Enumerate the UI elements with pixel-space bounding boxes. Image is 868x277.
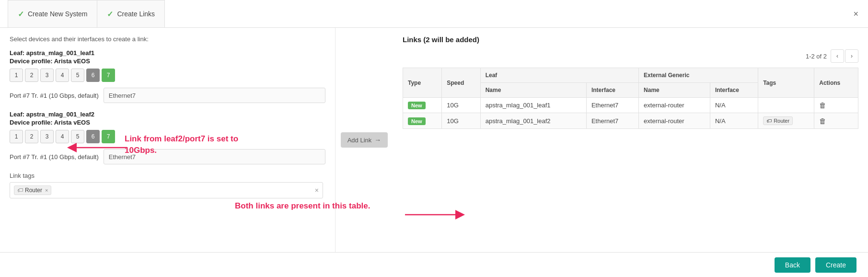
tags-input-row[interactable]: 🏷 Router × × <box>10 182 323 198</box>
row2-delete-button[interactable]: 🗑 <box>819 117 826 125</box>
row2-speed: 10G <box>442 113 480 129</box>
row2-actions: 🗑 <box>814 113 858 129</box>
th-leaf-name: Name <box>480 83 586 98</box>
row2-tag-label: Router <box>774 118 789 124</box>
row1-type: New <box>403 98 442 113</box>
row1-actions: 🗑 <box>814 98 858 113</box>
th-external-name: Name <box>639 83 710 98</box>
tag-chip-label: Router <box>25 187 42 194</box>
left-panel: Select devices and their interfaces to c… <box>0 28 336 252</box>
tab-create-new-system[interactable]: ✓ Create New System <box>8 0 97 27</box>
leaf2-name: apstra_mlag_001_leaf2 <box>26 111 94 118</box>
th-leaf-group: Leaf <box>480 68 638 83</box>
row1-tags <box>758 98 814 113</box>
th-leaf-interface: Interface <box>586 83 638 98</box>
row1-external-name: external-router <box>639 98 710 113</box>
add-link-arrow-icon: → <box>374 136 381 144</box>
leaf2-port-6[interactable]: 6 <box>86 130 100 143</box>
row2-tags: 🏷 Router <box>758 113 814 129</box>
row2-external-interface: N/A <box>710 113 758 129</box>
leaf1-port-buttons: 1 2 3 4 5 6 7 <box>10 69 325 82</box>
add-link-area: Add Link → <box>336 28 393 252</box>
leaf2-port-1[interactable]: 1 <box>10 130 23 143</box>
th-external-group: External Generic <box>639 68 758 83</box>
pagination-nav: ‹ › <box>831 49 858 63</box>
leaf1-profile-prefix: Device profile: <box>10 58 54 65</box>
create-button[interactable]: Create <box>815 257 856 273</box>
table-row: New 10G apstra_mlag_001_leaf2 Ethernet7 … <box>403 113 858 129</box>
row1-external-interface: N/A <box>710 98 758 113</box>
close-button[interactable]: × <box>853 9 858 19</box>
page-next-button[interactable]: › <box>845 49 858 63</box>
row1-speed: 10G <box>442 98 480 113</box>
leaf1-port-row-label: Port #7 Tr. #1 (10 Gbps, default) <box>10 92 99 99</box>
leaf1-port-4[interactable]: 4 <box>56 69 69 82</box>
th-type: Type <box>403 68 442 98</box>
badge-new-2: New <box>408 117 426 125</box>
instruction-text: Select devices and their interfaces to c… <box>10 35 325 43</box>
leaf2-port-7[interactable]: 7 <box>102 130 115 143</box>
leaf2-profile: Device profile: Arista vEOS <box>10 119 325 126</box>
tag-badge-icon: 🏷 <box>766 118 772 124</box>
leaf2-port-2[interactable]: 2 <box>25 130 38 143</box>
pagination-row: 1-2 of 2 ‹ › <box>403 49 858 63</box>
leaf1-port-input[interactable] <box>104 88 325 103</box>
tag-icon: 🏷 <box>17 187 23 194</box>
leaf1-profile: Device profile: Arista vEOS <box>10 58 325 65</box>
leaf1-label: Leaf: apstra_mlag_001_leaf1 <box>10 49 325 57</box>
leaf2-port-input[interactable] <box>104 149 325 164</box>
th-tags: Tags <box>758 68 814 98</box>
row1-leaf-name: apstra_mlag_001_leaf1 <box>480 98 586 113</box>
table-row: New 10G apstra_mlag_001_leaf1 Ethernet7 … <box>403 98 858 113</box>
badge-new-1: New <box>408 102 426 109</box>
th-actions: Actions <box>814 68 858 98</box>
pagination-text: 1-2 of 2 <box>806 53 827 60</box>
leaf1-port-1[interactable]: 1 <box>10 69 23 82</box>
tab-create-links[interactable]: ✓ Create Links <box>97 0 165 27</box>
tab-create-links-label: Create Links <box>117 10 155 18</box>
row1-leaf-interface: Ethernet7 <box>586 98 638 113</box>
leaf2-port-5[interactable]: 5 <box>71 130 84 143</box>
tags-clear-button[interactable]: × <box>315 186 319 194</box>
leaf2-port-row: Port #7 Tr. #1 (10 Gbps, default) <box>10 149 325 164</box>
leaf1-port-2[interactable]: 2 <box>25 69 38 82</box>
leaf2-port-row-label: Port #7 Tr. #1 (10 Gbps, default) <box>10 153 99 161</box>
tag-chip-router: 🏷 Router × <box>14 185 51 195</box>
leaf1-port-7[interactable]: 7 <box>102 69 115 82</box>
page-prev-button[interactable]: ‹ <box>831 49 844 63</box>
leaf2-port-4[interactable]: 4 <box>56 130 69 143</box>
header-tabs: ✓ Create New System ✓ Create Links × <box>0 0 868 28</box>
link-tags-label: Link tags <box>10 172 325 179</box>
add-link-button[interactable]: Add Link → <box>341 132 388 148</box>
back-button[interactable]: Back <box>775 257 810 273</box>
row2-leaf-interface: Ethernet7 <box>586 113 638 129</box>
leaf1-label-prefix: Leaf: <box>10 49 26 57</box>
tag-remove-button[interactable]: × <box>45 187 48 193</box>
row2-external-name: external-router <box>639 113 710 129</box>
row2-leaf-name: apstra_mlag_001_leaf2 <box>480 113 586 129</box>
th-speed: Speed <box>442 68 480 98</box>
leaf1-port-row: Port #7 Tr. #1 (10 Gbps, default) <box>10 88 325 103</box>
tab-create-new-system-label: Create New System <box>28 10 87 18</box>
leaf1-port-6[interactable]: 6 <box>86 69 100 82</box>
leaf2-profile-prefix: Device profile: <box>10 119 54 126</box>
row1-delete-button[interactable]: 🗑 <box>819 101 826 109</box>
add-link-label: Add Link <box>347 137 372 144</box>
tab-check-icon: ✓ <box>18 10 24 19</box>
leaf1-port-3[interactable]: 3 <box>40 69 54 82</box>
leaf1-name: apstra_mlag_001_leaf1 <box>26 49 94 57</box>
right-panel: Links (2 will be added) 1-2 of 2 ‹ › Typ… <box>393 28 868 252</box>
tab-check-icon-2: ✓ <box>107 10 113 19</box>
leaf2-label-prefix: Leaf: <box>10 111 26 118</box>
leaf2-port-3[interactable]: 3 <box>40 130 54 143</box>
links-table: Type Speed Leaf External Generic Tags Ac… <box>403 68 858 129</box>
footer: Back Create <box>0 252 868 277</box>
row2-tag-badge: 🏷 Router <box>763 116 793 125</box>
row2-type: New <box>403 113 442 129</box>
th-external-interface: Interface <box>710 83 758 98</box>
leaf1-port-5[interactable]: 5 <box>71 69 84 82</box>
links-title: Links (2 will be added) <box>403 35 858 44</box>
leaf2-port-buttons: 1 2 3 4 5 6 7 <box>10 130 325 143</box>
leaf2-label: Leaf: apstra_mlag_001_leaf2 <box>10 111 325 118</box>
